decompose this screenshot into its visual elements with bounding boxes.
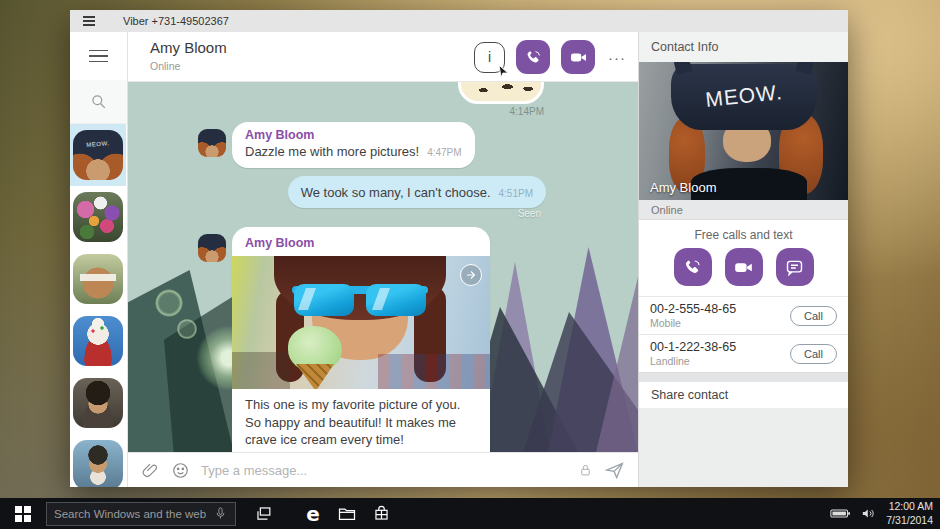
photo-ice-cream-cone [296, 364, 334, 389]
edge-icon: e [306, 502, 320, 526]
more-options-button[interactable]: ··· [608, 49, 626, 66]
window-title: Viber +731-49502367 [123, 15, 229, 27]
secret-lock-icon [578, 463, 593, 478]
message-time: 4:51PM [499, 188, 533, 199]
message-list: 4:14PM Amy Bloom Dazzle me with more pic… [128, 82, 638, 452]
taskbar-search-input[interactable] [54, 508, 213, 520]
contact-info-panel: Contact Info MEOW. Amy Bloom Online Free… [638, 32, 848, 487]
chat-contact-status: Online [150, 60, 180, 72]
forward-arrow-icon [465, 269, 477, 281]
video-icon [733, 257, 754, 278]
task-view-button[interactable] [246, 498, 280, 529]
contact-item-6[interactable] [70, 434, 126, 487]
contact-beanie: MEOW. [671, 64, 817, 130]
sidebar-menu-button[interactable] [70, 32, 127, 80]
sticker-message[interactable] [458, 82, 544, 104]
message-status: Seen [518, 208, 541, 219]
desktop: Viber +731-49502367 MEOW. [0, 0, 940, 529]
phone-number: 00-1-222-38-65 [650, 340, 736, 354]
info-icon: i [488, 49, 491, 65]
message-avatar [198, 129, 226, 157]
contact-item-amy-bloom[interactable]: MEOW. [70, 124, 126, 186]
message-sender: Amy Bloom [245, 236, 314, 250]
video-icon [569, 48, 588, 67]
attach-icon[interactable] [141, 461, 160, 480]
message-sender: Amy Bloom [245, 128, 462, 142]
contact-photo[interactable]: MEOW. Amy Bloom [639, 62, 848, 200]
contact-name-overlay: Amy Bloom [650, 180, 716, 195]
windows-taskbar: e 12:00 AM 7/31/2014 [0, 498, 940, 529]
contact-status: Online [639, 200, 848, 220]
window-body: MEOW. [70, 32, 848, 487]
info-button[interactable]: i [474, 42, 505, 73]
panel-video-call-button[interactable] [725, 248, 763, 286]
outgoing-message: We took so many, I can't choose.4:51PM [288, 176, 546, 208]
sidebar-search-button[interactable] [70, 80, 127, 124]
photo-attachment[interactable] [232, 256, 490, 389]
edge-browser-button[interactable]: e [296, 498, 330, 529]
beanie-text: MEOW. [670, 76, 818, 115]
message-text: This one is my favorite picture of you. … [232, 389, 490, 451]
message-composer [128, 452, 638, 487]
panel-message-button[interactable] [776, 248, 814, 286]
message-time: 4:14PM [458, 106, 544, 117]
contact-list: MEOW. [70, 124, 126, 487]
microphone-icon[interactable] [213, 506, 228, 521]
windows-logo-icon [15, 506, 31, 522]
contact-action-buttons [639, 242, 848, 296]
message-text: We took so many, I can't choose. [301, 185, 491, 200]
battery-icon[interactable] [830, 508, 851, 519]
viber-window: Viber +731-49502367 MEOW. [70, 10, 848, 487]
clock-date: 7/31/2014 [886, 514, 933, 528]
video-call-button[interactable] [561, 40, 595, 74]
phone-label: Landline [650, 355, 736, 367]
avatar-man-sunglasses [73, 254, 123, 304]
contact-item-3[interactable] [70, 248, 126, 310]
phone-label: Mobile [650, 317, 736, 329]
message-avatar [198, 234, 226, 262]
wallpaper-bokeh [176, 318, 198, 340]
avatar-smiling-man [73, 378, 123, 428]
contact-item-4[interactable] [70, 310, 126, 372]
beanie-text: MEOW. [73, 139, 123, 149]
chat-column: Amy Bloom Online i ··· [128, 32, 638, 487]
speaker-icon[interactable] [860, 505, 877, 522]
message-input[interactable] [201, 463, 567, 478]
avatar-cupcake [73, 316, 123, 366]
search-icon [89, 92, 108, 111]
message-time: 4:47PM [427, 147, 461, 158]
call-mobile-button[interactable]: Call [790, 306, 837, 326]
avatar-guy [73, 440, 123, 487]
store-icon [372, 504, 391, 523]
phone-row-mobile[interactable]: 00-2-555-48-65 Mobile Call [639, 296, 848, 334]
incoming-message: Amy Bloom Dazzle me with more pictures!4… [232, 122, 475, 168]
file-explorer-button[interactable] [330, 498, 364, 529]
contact-item-2[interactable] [70, 186, 126, 248]
taskbar-search[interactable] [46, 502, 236, 526]
panel-voice-call-button[interactable] [674, 248, 712, 286]
forward-button[interactable] [460, 264, 482, 286]
contact-item-5[interactable] [70, 372, 126, 434]
contact-info-title: Contact Info [639, 32, 848, 62]
send-icon[interactable] [604, 460, 625, 481]
sidebar: MEOW. [70, 32, 128, 487]
wallpaper-bokeh [154, 288, 184, 318]
store-button[interactable] [364, 498, 398, 529]
phone-row-landline[interactable]: 00-1-222-38-65 Landline Call [639, 334, 848, 372]
voice-call-button[interactable] [516, 40, 550, 74]
chat-icon [784, 257, 805, 278]
start-button[interactable] [0, 498, 46, 529]
panel-divider [639, 372, 848, 382]
photo-shadow [232, 352, 290, 389]
emoji-icon[interactable] [171, 461, 190, 480]
avatar-flowers [73, 192, 123, 242]
chat-contact-name: Amy Bloom [150, 39, 227, 56]
incoming-photo-message: Amy Bloom [232, 227, 490, 452]
window-titlebar: Viber +731-49502367 [70, 10, 848, 32]
photo-sunglasses [292, 284, 428, 318]
titlebar-menu-icon[interactable] [83, 16, 95, 26]
hamburger-icon [89, 50, 108, 63]
taskbar-clock[interactable]: 12:00 AM 7/31/2014 [886, 500, 933, 527]
share-contact-button[interactable]: Share contact [639, 382, 848, 408]
call-landline-button[interactable]: Call [790, 344, 837, 364]
